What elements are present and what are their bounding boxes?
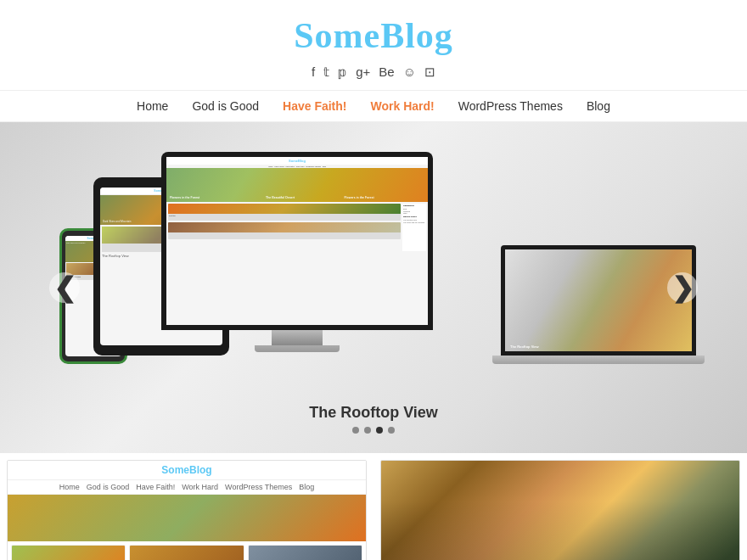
sidebar-recent2: The Tricks and the Mountain (403, 221, 425, 223)
main-nav: Home God is Good Have Faith! Work Hard! … (0, 90, 747, 122)
nav-blog[interactable]: Blog (587, 99, 610, 113)
monitor-hero-area: Flowers in the Forest The Beautiful Dese… (166, 168, 428, 202)
laptop-slide: The Rooftop View (505, 249, 692, 351)
nav-wp-themes[interactable]: WordPress Themes (458, 99, 563, 113)
instagram-icon[interactable]: ⊡ (424, 64, 435, 80)
hero-slider: SomeBlog Dark Skies and Mountain The Roo… (0, 122, 747, 453)
site-header: SomeBlog f 𝕥 𝕡 g+ Be ☺ ⊡ Home God is Goo… (0, 0, 747, 122)
mountain-image (381, 461, 739, 560)
slider-arrow-right[interactable]: ❯ (667, 272, 698, 303)
dribbble-icon[interactable]: ☺ (403, 64, 416, 80)
laptop-screen: The Rooftop View (505, 249, 692, 351)
site-logo[interactable]: SomeBlog (0, 15, 747, 56)
nav-work-hard[interactable]: Work Hard! (371, 99, 435, 113)
monitor-logo: SomeBlog (166, 157, 428, 165)
laptop-slide-text: The Rooftop View (510, 344, 539, 349)
blog-preview-cards: Post Post Post (8, 541, 366, 560)
social-icons-bar: f 𝕥 𝕡 g+ Be ☺ ⊡ (0, 64, 747, 80)
nav-god-is-good[interactable]: God is Good (192, 99, 259, 113)
laptop-base (492, 356, 705, 364)
monitor-device: SomeBlog HomeGod is GoodHave Faith!Work … (161, 152, 433, 364)
laptop-device: The Rooftop View (501, 245, 696, 381)
monitor-hero-title3: Flowers in the Forest (344, 196, 374, 199)
tablet-hero-text: Dark Skies and Mountain (103, 220, 132, 223)
slider-dot-1[interactable] (352, 427, 359, 434)
blog-card-2: Post (129, 545, 244, 560)
monitor-screen: SomeBlog HomeGod is GoodHave Faith!Work … (166, 157, 428, 325)
slider-dot-4[interactable] (388, 427, 395, 434)
slider-dots (352, 427, 395, 434)
slider-arrow-left[interactable]: ❮ (49, 272, 80, 303)
blog-preview-screen: SomeBlog HomeGod is GoodHave Faith!Work … (8, 461, 366, 560)
laptop-lid: The Rooftop View (501, 245, 696, 356)
bottom-card-left[interactable]: SomeBlog HomeGod is GoodHave Faith!Work … (7, 460, 367, 560)
facebook-icon[interactable]: f (312, 64, 315, 80)
blog-card-1: Post (11, 545, 126, 560)
monitor-body: Post title Categories Blog Featured Site… (166, 202, 428, 253)
monitor-sidebar: Categories Blog Featured Sites Recent Po… (402, 204, 426, 251)
sidebar-recent-label: Recent Posts (403, 216, 425, 218)
pinterest-icon[interactable]: 𝕡 (338, 64, 347, 80)
sidebar-cat-sites: Sites (403, 212, 425, 214)
monitor-base (255, 345, 340, 352)
behance-icon[interactable]: Be (379, 64, 394, 80)
sidebar-categories-label: Categories (403, 204, 425, 207)
slider-dot-2[interactable] (364, 427, 371, 434)
twitter-icon[interactable]: 𝕥 (323, 64, 329, 80)
devices-mockup: SomeBlog Dark Skies and Mountain The Roo… (51, 143, 696, 432)
blog-preview-nav: HomeGod is GoodHave Faith!Work HardWordP… (8, 480, 366, 495)
nav-home[interactable]: Home (137, 99, 168, 113)
blog-preview-hero (8, 495, 366, 541)
slide-caption: The Rooftop View (309, 404, 438, 422)
monitor-hero-title1: Flowers in the Forest (170, 196, 199, 199)
bottom-grid: SomeBlog HomeGod is GoodHave Faith!Work … (0, 453, 747, 560)
monitor-hero-title2: The Beautiful Desert (266, 196, 295, 199)
monitor-stand (272, 330, 323, 345)
googleplus-icon[interactable]: g+ (356, 64, 370, 80)
blog-card-3: Post (248, 545, 362, 560)
mountain-overlay (381, 461, 739, 560)
blog-preview-logo: SomeBlog (8, 461, 366, 480)
nav-have-faith[interactable]: Have Faith! (283, 99, 346, 113)
bottom-card-right[interactable] (380, 460, 740, 560)
slider-dot-3[interactable] (376, 427, 383, 434)
monitor-main: Post title (168, 204, 401, 251)
